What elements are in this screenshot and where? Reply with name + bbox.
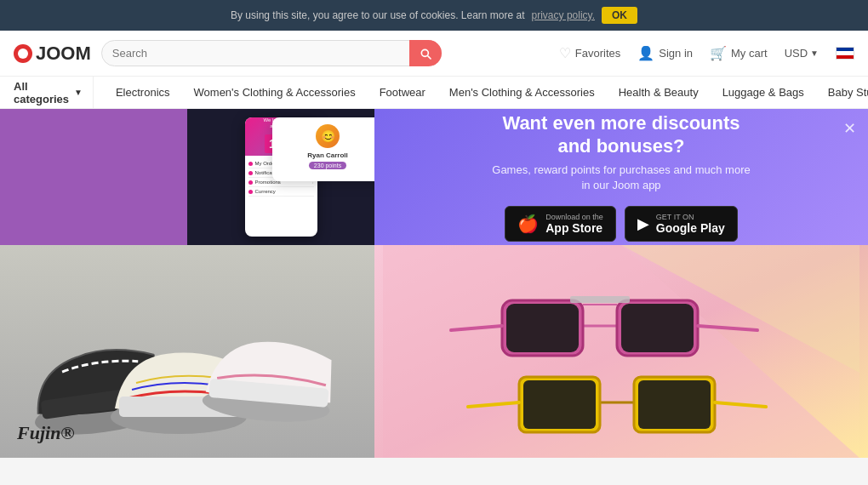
apple-icon: 🍎 — [517, 214, 539, 234]
app-store-button[interactable]: 🍎 Download on the App Store — [505, 206, 616, 242]
logo-text: JOOM — [36, 43, 91, 65]
promo-subtitle: Games, reward points for purchases and m… — [492, 163, 750, 193]
play-icon: ▶ — [637, 214, 649, 233]
app-store-name: App Store — [545, 221, 603, 235]
header-right: ♡ Favorites 👤 Sign in 🛒 My cart USD ▼ — [559, 45, 854, 61]
cookie-ok-button[interactable]: OK — [602, 7, 637, 24]
phone-mockup: We love havinga little gift 10% My Order… — [187, 109, 374, 245]
google-play-sub: GET IT ON — [656, 213, 725, 221]
heart-icon: ♡ — [559, 45, 571, 61]
signin-button[interactable]: 👤 Sign in — [637, 45, 693, 61]
nav-bar: All categories ▼ Electronics Women's Clo… — [0, 77, 868, 109]
cookie-bar: By using this site, you agree to our use… — [0, 0, 868, 31]
language-flag[interactable] — [836, 47, 854, 60]
cart-icon: 🛒 — [710, 45, 727, 61]
search-icon — [419, 47, 432, 60]
nav-links: Electronics Women's Clothing & Accessori… — [104, 77, 868, 108]
promo-close-button[interactable]: ✕ — [843, 119, 856, 138]
shoes-scene: Fujin® — [0, 245, 374, 458]
promo-banner: ✕ Want even more discountsand bonuses? G… — [374, 109, 868, 245]
nav-luggage[interactable]: Luggage & Bags — [711, 77, 816, 108]
logo-icon — [14, 44, 32, 63]
profile-name: Ryan Carroll — [281, 151, 374, 159]
main-content: We love havinga little gift 10% My Order… — [0, 109, 868, 458]
glasses-svg — [374, 245, 868, 458]
svg-rect-14 — [621, 304, 694, 352]
nav-baby[interactable]: Baby Stuff — [816, 77, 868, 108]
user-icon: 👤 — [637, 45, 654, 61]
logo[interactable]: JOOM — [14, 43, 91, 65]
search-input[interactable] — [101, 40, 442, 66]
cookie-text: By using this site, you agree to our use… — [231, 9, 525, 21]
profile-card: 😊 Ryan Carroll 230 points — [272, 117, 374, 181]
app-store-sub: Download on the — [545, 213, 603, 221]
currency-selector[interactable]: USD ▼ — [785, 47, 819, 60]
favorites-button[interactable]: ♡ Favorites — [559, 45, 620, 61]
nav-womens-clothing[interactable]: Women's Clothing & Accessories — [182, 77, 368, 108]
all-categories-button[interactable]: All categories ▼ — [14, 77, 94, 108]
chevron-down-icon: ▼ — [810, 48, 819, 58]
cart-button[interactable]: 🛒 My cart — [710, 45, 768, 61]
header: JOOM ♡ Favorites 👤 Sign in 🛒 My cart USD… — [0, 31, 868, 77]
profile-badge: 230 points — [309, 162, 346, 169]
profile-avatar: 😊 — [316, 124, 340, 148]
nav-health-beauty[interactable]: Health & Beauty — [607, 77, 711, 108]
store-buttons: 🍎 Download on the App Store ▶ GET IT ON … — [505, 206, 737, 242]
google-play-button[interactable]: ▶ GET IT ON Google Play — [625, 206, 738, 242]
svg-rect-18 — [570, 296, 630, 303]
svg-rect-21 — [523, 380, 596, 429]
cart-label: My cart — [731, 47, 768, 60]
nav-mens-clothing[interactable]: Men's Clothing & Accessories — [437, 77, 607, 108]
nav-footwear[interactable]: Footwear — [368, 77, 437, 108]
google-play-name: Google Play — [656, 221, 725, 235]
chevron-down-icon: ▼ — [74, 88, 83, 97]
app-store-text: Download on the App Store — [545, 213, 603, 235]
phone-menu-item: Currency — [248, 187, 314, 197]
search-container — [101, 40, 442, 66]
signin-label: Sign in — [659, 47, 693, 60]
privacy-link[interactable]: privacy policy. — [532, 9, 595, 21]
google-play-text: GET IT ON Google Play — [656, 213, 725, 235]
favorites-label: Favorites — [575, 47, 620, 60]
svg-rect-12 — [506, 304, 579, 352]
search-button[interactable] — [409, 40, 442, 66]
shoes-banner[interactable]: Fujin® — [0, 245, 374, 458]
svg-rect-23 — [638, 380, 711, 429]
all-categories-label: All categories — [14, 80, 69, 106]
banner-left: We love havinga little gift 10% My Order… — [0, 109, 374, 245]
promo-title: Want even more discountsand bonuses? — [502, 112, 740, 157]
currency-label: USD — [785, 47, 808, 60]
purple-bg — [0, 109, 187, 245]
fujin-logo: Fujin® — [17, 422, 75, 444]
glasses-banner[interactable] — [374, 245, 868, 458]
nav-electronics[interactable]: Electronics — [104, 77, 182, 108]
